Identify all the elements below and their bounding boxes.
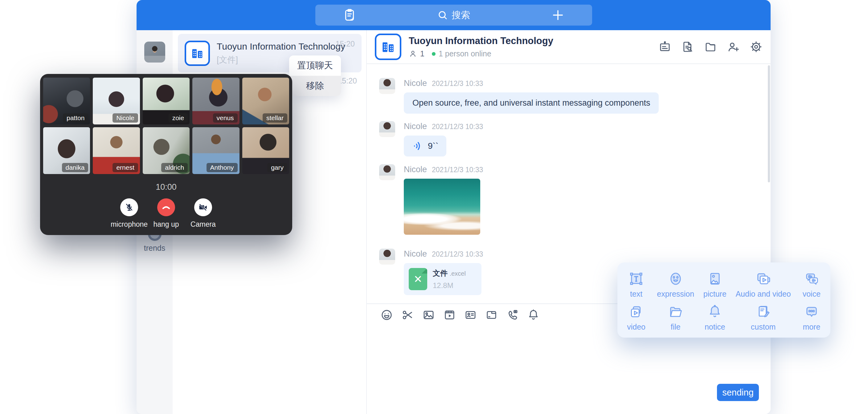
camera-control: Camera (185, 198, 222, 229)
message-timestamp: 2021/12/3 10:33 (432, 250, 483, 258)
video-clip-icon[interactable] (443, 309, 456, 321)
sender-avatar[interactable] (379, 121, 395, 137)
search-icon (437, 9, 448, 21)
call-timer: 10:00 (40, 182, 292, 192)
emoji-icon[interactable] (380, 309, 393, 321)
participant-name: danika (62, 163, 89, 172)
add-member-icon[interactable] (727, 40, 740, 53)
screenshot-root: 搜索 trends (0, 0, 868, 414)
file-size: 12.8M (433, 281, 466, 290)
hang-up-control: hang up (148, 198, 185, 229)
sender-avatar[interactable] (379, 78, 395, 94)
microphone-muted-icon[interactable] (120, 198, 138, 216)
screenshot-icon[interactable] (401, 309, 414, 321)
camera-label: Camera (190, 220, 216, 229)
image-icon[interactable] (422, 309, 435, 321)
online-dot (432, 52, 436, 56)
participant-tile: danika (43, 127, 90, 174)
chat-org-avatar (375, 34, 401, 60)
participant-grid: patton Nicole zoie venus stellar danika … (43, 77, 289, 174)
message-voice: Nicole 2021/12/3 10:33 9`` (379, 121, 483, 157)
member-icon (409, 50, 417, 58)
message-image: Nicole 2021/12/3 10:33 (379, 164, 483, 235)
message-text: Nicole 2021/12/3 10:33 Open source, free… (379, 78, 659, 114)
menu-item-pin-chat[interactable]: 置顶聊天 (289, 56, 341, 76)
participant-tile: stellar (242, 77, 289, 124)
chat-header-texts: Tuoyun Information Technology 1 1 person… (409, 35, 553, 58)
user-avatar[interactable] (144, 41, 165, 63)
menu-item-remove[interactable]: 移除 (289, 76, 341, 96)
file-extension: .excel (450, 270, 466, 277)
announcement-icon[interactable] (658, 40, 671, 53)
image-message-beach-photo[interactable] (404, 179, 480, 235)
participant-tile: patton (43, 77, 90, 124)
message-type-panel: text expression picture (617, 262, 830, 338)
notification-icon[interactable] (527, 309, 540, 321)
message-history-icon[interactable] (342, 8, 356, 22)
participant-tile: Anthony (192, 127, 239, 174)
chat-header: Tuoyun Information Technology 1 1 person… (367, 30, 771, 64)
excel-file-icon: ✕ (409, 268, 427, 290)
hang-up-icon[interactable] (157, 198, 175, 216)
contact-card-icon[interactable] (464, 309, 477, 321)
plus-icon[interactable] (551, 8, 565, 22)
online-status: 1 person online (439, 49, 491, 58)
sender-avatar[interactable] (379, 164, 395, 180)
chat-member-row: 1 1 person online (409, 49, 553, 58)
panel-item-picture[interactable]: picture (696, 268, 734, 301)
conversation-time: 15:20 (335, 39, 355, 49)
participant-name: aldrich (161, 163, 188, 172)
send-button[interactable]: sending (717, 384, 759, 401)
panel-item-notice[interactable]: notice (696, 301, 734, 334)
participant-name: stellar (262, 114, 287, 123)
sender-avatar[interactable] (379, 249, 395, 264)
conversation-context-menu: 置顶聊天 移除 (289, 56, 341, 96)
file-message-card[interactable]: ✕ 文件 .excel 12.8M (404, 263, 482, 295)
folder-icon[interactable] (704, 40, 717, 53)
message-timestamp: 2021/12/3 10:33 (432, 123, 483, 131)
search-field[interactable]: 搜索 (356, 9, 551, 22)
panel-item-expression[interactable]: expression (655, 268, 696, 301)
message-scrollbar[interactable] (768, 65, 770, 182)
panel-item-more[interactable]: more (793, 301, 830, 334)
call-controls: microphone hang up (40, 198, 292, 229)
participant-name: zoie (168, 114, 188, 123)
participant-tile: venus (192, 77, 239, 124)
search-bar[interactable]: 搜索 (315, 5, 592, 26)
organization-avatar (185, 41, 210, 66)
panel-item-custom[interactable]: custom (734, 301, 793, 334)
microphone-label: microphone (111, 220, 148, 229)
settings-icon[interactable] (750, 40, 763, 53)
sender-name: Nicole (404, 249, 427, 259)
building-icon (190, 46, 204, 60)
voice-message-bubble[interactable]: 9`` (404, 135, 446, 157)
panel-item-video[interactable]: video (617, 301, 655, 334)
panel-item-voice[interactable]: voice (793, 268, 830, 301)
participant-tile: aldrich (143, 127, 190, 174)
file-folder-icon[interactable] (485, 309, 498, 321)
panel-item-audio-video[interactable]: Audio and video (734, 268, 793, 301)
participant-tile: ernest (93, 127, 140, 174)
participant-tile: zoie (143, 77, 190, 124)
voice-wave-icon (412, 140, 424, 152)
chat-header-actions (658, 40, 763, 53)
camera-muted-icon[interactable] (194, 198, 212, 216)
video-call-icon[interactable] (506, 309, 519, 321)
participant-name: ernest (113, 163, 138, 172)
text-message-bubble[interactable]: Open source, free, and universal instant… (404, 92, 659, 114)
document-search-icon[interactable] (681, 40, 694, 53)
message-file: Nicole 2021/12/3 10:33 ✕ 文件 .excel (379, 249, 483, 295)
sender-name: Nicole (404, 165, 427, 174)
participant-name: Nicole (113, 114, 138, 123)
microphone-control: microphone (111, 198, 148, 229)
search-placeholder: 搜索 (452, 9, 470, 22)
conversation-title: Tuoyun Information Technology (217, 41, 329, 52)
chat-panel: Tuoyun Information Technology 1 1 person… (367, 30, 771, 414)
trends-label: trends (144, 244, 165, 253)
panel-item-text[interactable]: text (617, 268, 655, 301)
member-count: 1 (420, 49, 425, 58)
participant-tile: gary (242, 127, 289, 174)
panel-item-file[interactable]: file (655, 301, 696, 334)
building-icon (380, 39, 396, 55)
sender-name: Nicole (404, 78, 427, 88)
